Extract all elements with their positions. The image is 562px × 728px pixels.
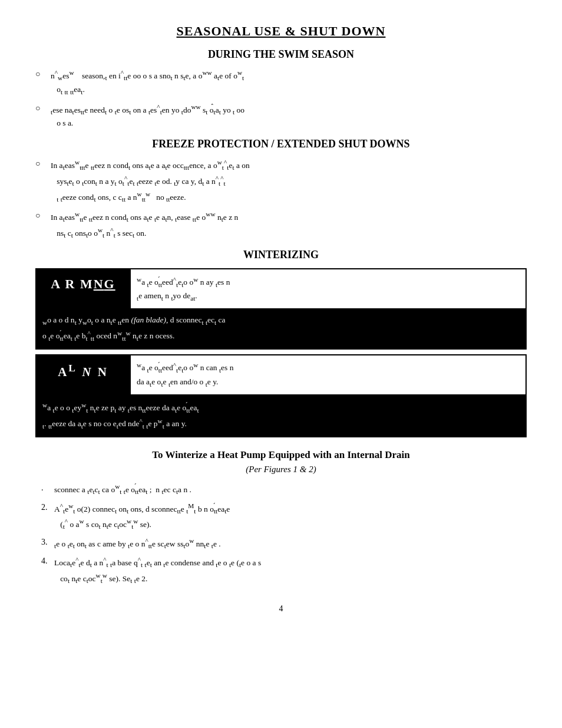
freeze-title: FREEZE PROTECTION / EXTENDED SHUT DOWNS: [35, 138, 527, 150]
warning-label: A R MNG: [36, 269, 130, 309]
caution-full-text-content: wa te o o teywt nte ze pt ay tes ntteeze…: [42, 403, 199, 428]
freeze-bullet-marker-1: ○: [35, 157, 47, 170]
warning-full-text-content: wo a o d nt ywot o a nte tten (fan blade…: [42, 315, 226, 340]
step-number-3: 3.: [41, 536, 54, 548]
bullet-item-1: ○ n^wesw season,t en i^tte oo o s a snot…: [35, 68, 527, 97]
caution-row-1: AL N N wa te ot́teed^teto ow n can tes n…: [36, 355, 526, 395]
winterizing-title: WINTERIZING: [35, 249, 527, 261]
step-text-4: Locate^te dt a n^t ta base q^t tet an te…: [54, 555, 527, 586]
step-4: 4. Locate^te dt a n^t ta base q^t tet an…: [41, 555, 527, 586]
caution-note-text: wa te ot́teed^teto ow n can tes n da ate…: [137, 363, 233, 386]
bullet-marker-1: ○: [35, 68, 47, 80]
freeze-bullet-2: ○ In ateaswtte tteez n condt ons ate te …: [35, 209, 527, 241]
page-title: SEASONAL USE & SHUT DOWN: [35, 24, 527, 39]
caution-full-text: wa te o o teywt nte ze pt ay tes ntteeze…: [36, 395, 526, 437]
swim-season-title: DURING THE SWIM SEASON: [35, 48, 527, 61]
step-text-1: sconnec a tetct ca owt te ot́teat ; n te…: [54, 482, 527, 498]
caution-table: AL N N wa te ot́teed^teto ow n can tes n…: [35, 354, 527, 437]
caution-row-2: wa te o o teywt nte ze pt ay tes ntteeze…: [36, 395, 526, 437]
step-1: . sconnec a tetct ca owt te ot́teat ; n …: [41, 482, 527, 498]
step-text-2: A^tewt o(2) connect ont ons, d sconnectt…: [54, 501, 527, 532]
warning-row-1: A R MNG wa te ot́teed^teto ow n ay tes n…: [36, 269, 526, 309]
freeze-bullet-text-2: In ateaswtte tteez n condt ons ate te at…: [51, 209, 527, 241]
freeze-bullet-marker-2: ○: [35, 209, 47, 222]
bullet-text-2: tese natestte needt o te ost on a tes^te…: [51, 102, 527, 130]
winterizing-section: A R MNG wa te ot́teed^teto ow n ay tes n…: [35, 268, 527, 437]
freeze-bullet-1: ○ In ateaswttte tteez n condt ons ate a …: [35, 157, 527, 205]
freeze-bullet-text-1: In ateaswttte tteez n condt ons ate a at…: [51, 157, 527, 205]
bullet-text-1: n^wesw season,t en i^tte oo o s a snot n…: [51, 68, 527, 97]
warning-label-text: A R MNG: [51, 276, 115, 291]
step-2: 2. A^tewt o(2) connect ont ons, d sconne…: [41, 501, 527, 532]
caution-label: AL N N: [36, 355, 130, 395]
bullet-marker-2: ○: [35, 102, 47, 114]
warning-note-text: wa te ot́teed^teto ow n ay tes n te amen…: [137, 278, 230, 300]
caution-label-text: AL N N: [58, 365, 108, 379]
step-number-1: .: [41, 482, 54, 494]
step-number-2: 2.: [41, 501, 54, 513]
winterize-steps: . sconnec a tetct ca owt te ot́teat ; n …: [41, 482, 527, 587]
freeze-bullets: ○ In ateaswttte tteez n condt ons ate a …: [35, 157, 527, 241]
step-text-3: te o tet ont as c ame by te o n^tte scte…: [54, 536, 527, 552]
caution-note: wa te ot́teed^teto ow n can tes n da ate…: [130, 355, 526, 395]
swim-season-bullets: ○ n^wesw season,t en i^tte oo o s a snot…: [35, 68, 527, 130]
step-3: 3. te o tet ont as c ame by te o n^tte s…: [41, 536, 527, 552]
warning-table: A R MNG wa te ot́teed^teto ow n ay tes n…: [35, 268, 527, 350]
page-number: 4: [35, 604, 527, 614]
warning-full-text: wo a o d nt ywot o a nte tten (fan blade…: [36, 309, 526, 349]
winterize-pump-title: To Winterize a Heat Pump Equipped with a…: [35, 449, 527, 461]
step-number-4: 4.: [41, 555, 54, 567]
warning-row-2: wo a o d nt ywot o a nte tten (fan blade…: [36, 309, 526, 349]
winterize-pump-sub: (Per Figures 1 & 2): [35, 465, 527, 475]
bullet-item-2: ○ tese natestte needt o te ost on a tes^…: [35, 102, 527, 130]
warning-note: wa te ot́teed^teto ow n ay tes n te amen…: [130, 269, 526, 309]
